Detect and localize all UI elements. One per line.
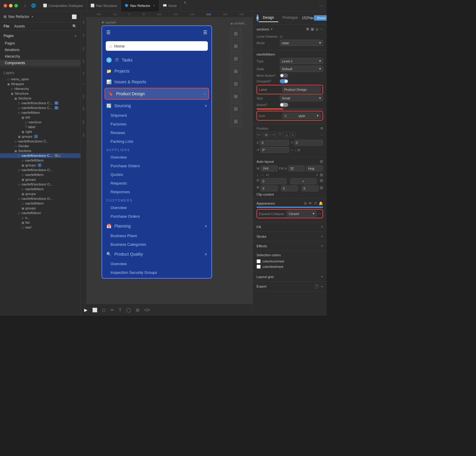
layer-nav-left-item-2[interactable]: ◇ nav/left/item <box>0 158 80 163</box>
nav-suppliers-overview[interactable]: Overview <box>102 153 211 162</box>
sidebar-expand-icon[interactable]: ⬜ <box>72 14 77 19</box>
nav-item-issues[interactable]: 📊 Issues & Reports <box>102 76 211 87</box>
gap-icon[interactable]: ⊞ <box>320 173 323 177</box>
nav-sub-packing[interactable]: Packing Lists <box>102 137 211 146</box>
hamburger-icon[interactable]: ☰ <box>106 30 110 35</box>
minimize-button[interactable] <box>9 4 13 7</box>
layer-nav-left-item-4[interactable]: ◇ nav/left/item <box>0 187 80 191</box>
layer-groups-2[interactable]: ▣ groups ↓ <box>0 163 80 168</box>
more-options-icon[interactable]: ··· <box>319 3 323 8</box>
y-input[interactable]: 0 <box>294 140 323 146</box>
add-page-button[interactable]: + <box>74 33 77 38</box>
padding-extra-input[interactable]: 0 <box>301 185 319 191</box>
padding-arrow-right-icon[interactable]: → <box>260 173 264 177</box>
layer-nav-icon[interactable]: ◇ nav/icon <box>0 120 80 125</box>
search-bar[interactable]: ⌂ Home <box>106 41 208 51</box>
search-icon[interactable]: 🔍 <box>72 24 77 28</box>
nav-preview-6[interactable]: ⊞ <box>231 91 241 102</box>
constrain-icon[interactable]: ⊟ <box>297 148 300 152</box>
layer-groups-4[interactable]: ▣ groups <box>0 191 80 196</box>
position-more-icon[interactable]: ⊞ <box>320 126 323 130</box>
layer-n[interactable]: ◇ n... <box>0 215 80 220</box>
distribution-icon[interactable]: = <box>316 173 318 177</box>
sections-grid-icon[interactable]: ⊞ <box>311 27 314 31</box>
zoom-level[interactable]: 152% <box>302 16 311 20</box>
clip-content-option-icon[interactable]: ⊞ <box>320 185 323 191</box>
code-view-button[interactable]: </> <box>144 308 150 312</box>
align-bottom-icon[interactable]: ⊦ <box>291 132 295 138</box>
icon-select[interactable]: ◇ style ▾ <box>282 113 321 119</box>
nav-preview-3[interactable]: ⊞ <box>231 53 241 64</box>
home-icon[interactable]: ⌂ <box>24 3 26 8</box>
layer-hierarchy[interactable]: ◇ Hierarchy <box>0 86 80 91</box>
layer-right[interactable]: ▣ right <box>0 129 80 134</box>
padding-arrow-reverse-icon[interactable]: ↩ <box>266 173 269 177</box>
layer-groups-5[interactable]: ▣ groups <box>0 206 80 211</box>
nav-sub-factories[interactable]: Factories <box>102 120 211 128</box>
close-button[interactable] <box>4 4 7 7</box>
appearance-eye-icon[interactable]: 👁 <box>308 201 312 205</box>
layer-nav-left-sections-o2[interactable]: ◇ nav/left/sections O... <box>0 182 80 187</box>
nav-item-tasks[interactable]: 9 ⏱ Tasks <box>102 54 211 66</box>
frame-tool-button[interactable]: ⬜ <box>92 308 97 312</box>
nav-item-product-quality[interactable]: 🔍 Product Quality ∨ <box>102 249 211 260</box>
layer-divider[interactable]: — Divider <box>0 144 80 148</box>
layer-nav-left-sections-2[interactable]: ◇ nav/left/sections C... C <box>0 105 80 110</box>
layer-nav-left-sections-1[interactable]: ◇ nav/left/sections C... C <box>0 101 80 105</box>
layer-left[interactable]: ▣ left <box>0 115 80 120</box>
layer-nav-left-sections-selected[interactable]: ◇ nav/left/sections C... C... <box>0 153 80 158</box>
user-avatar[interactable]: S <box>257 14 259 22</box>
nav-item-projects[interactable]: 📁 Projects <box>102 66 211 76</box>
appearance-copy-icon[interactable]: ⧉ <box>304 201 307 205</box>
layer-wrapper[interactable]: ▣ Wrapper <box>0 82 80 86</box>
component-tool-button[interactable]: ⊞ <box>136 308 139 312</box>
pen-tool-button[interactable]: ✏ <box>110 308 114 312</box>
layer-sections-2[interactable]: ▣ Sections <box>0 148 80 153</box>
expand-collapse-minus-icon[interactable]: − <box>318 211 321 216</box>
layer-sections-1[interactable]: ▣ Sections <box>0 96 80 101</box>
flip-v-icon[interactable]: ↕ <box>295 148 297 152</box>
layer-nav-left-item-5[interactable]: ◇ nav/left/item <box>0 201 80 206</box>
nav-sub-reviews[interactable]: Reviews <box>102 128 211 137</box>
export-add-icon[interactable]: + <box>321 284 323 289</box>
layer-nav-left-item-slash[interactable]: ◇ nav/left/item/ <box>0 211 80 215</box>
text-tool-button[interactable]: T <box>119 308 122 312</box>
nav-item-sourcing[interactable]: 🔄 Sourcing ∨ <box>102 100 211 111</box>
layer-nav-slash[interactable]: ◇ nav/ <box>0 225 80 230</box>
export-help-icon[interactable]: ? <box>314 284 319 289</box>
tab-nav-refactor[interactable]: 🔷 Nav Refactor ✕ <box>121 0 159 11</box>
tab-close-nav-refactor[interactable]: ✕ <box>153 4 155 7</box>
add-tab-button[interactable]: + <box>181 0 189 11</box>
grouped-toggle[interactable] <box>280 79 288 83</box>
layer-groups-3[interactable]: ▣ groups <box>0 177 80 182</box>
mode-select[interactable]: state ▾ <box>280 40 323 46</box>
canvas-area[interactable]: -300 -50 0 50 100 150 200 244 300 350 40… <box>81 11 253 316</box>
tab-icons[interactable]: 📖 Icons <box>159 0 181 11</box>
nav-preview-4[interactable]: ⊞ <box>231 66 241 76</box>
layer-structure[interactable]: ▣ Structure <box>0 91 80 96</box>
nav-suppliers-purchase-orders[interactable]: Purchase Orders <box>102 162 211 170</box>
tab-nav-structure[interactable]: ⬜ Nav Structure <box>87 0 121 11</box>
nav-preview-8[interactable]: ⊞ <box>231 116 241 127</box>
active-toggle[interactable] <box>280 103 288 107</box>
layer-nav-left-sections-o1[interactable]: ◇ nav/left/sections O... <box>0 168 80 172</box>
nav-planning-business-plans[interactable]: Business Plans <box>102 231 211 240</box>
assets-tab[interactable]: Assets <box>14 24 25 28</box>
appearance-reset-icon[interactable]: ↺ <box>314 201 317 205</box>
sections-more-icon[interactable]: ··· <box>320 27 323 31</box>
layer-nav-left-item-3[interactable]: ◇ nav/left/item <box>0 172 80 177</box>
sections-diamond-icon[interactable]: ◇ <box>316 27 318 31</box>
page-item-iterations[interactable]: Iterations <box>0 47 80 53</box>
state-select[interactable]: Default ▾ <box>280 66 323 72</box>
fill-add-icon[interactable]: + <box>321 225 323 229</box>
selection-color-1[interactable]: color/icon/med <box>257 259 323 264</box>
padding-right-select[interactable]: = <box>290 178 317 184</box>
type-select[interactable]: Level-1 ▾ <box>280 58 323 64</box>
nav-preview-7[interactable]: ⊞ <box>231 103 241 114</box>
nav-customers-purchase-orders[interactable]: Purchase Orders <box>102 212 211 221</box>
effects-add-icon[interactable]: + <box>321 244 323 248</box>
nav-preview-1[interactable]: ⊞ <box>231 28 241 39</box>
nav-preview-5[interactable]: ⊞ <box>231 78 241 89</box>
layer-nav-left-sections-o3[interactable]: ◇ nav/left/sections O... <box>0 196 80 201</box>
maximize-button[interactable] <box>14 4 18 7</box>
